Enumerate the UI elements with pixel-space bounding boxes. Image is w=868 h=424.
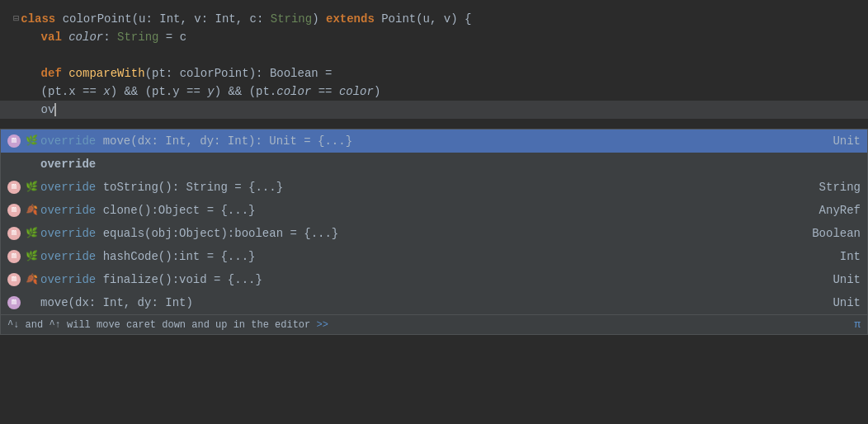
ac-item-text-2: override: [40, 155, 96, 173]
ac-item-text-8: move(dx: Int, dy: Int): [40, 294, 193, 312]
classname: colorPoint: [63, 10, 132, 28]
leaf-icon-6: 🌿: [26, 251, 37, 262]
return-type-3: String: [803, 178, 861, 196]
autocomplete-item-1[interactable]: m 🌿 override move(dx: Int, dy: Int): Uni…: [1, 130, 867, 153]
ac-item-text-4: override clone():Object = {...}: [40, 201, 255, 219]
leaf-icon-1: 🌿: [26, 135, 37, 147]
autocomplete-item-8[interactable]: m move(dx: Int, dy: Int) Unit: [1, 291, 867, 314]
ac-item-text-7: override finalize():void = {...}: [40, 271, 262, 289]
return-type-7: Unit: [816, 271, 861, 289]
text-cursor: [54, 103, 56, 116]
badge-m-8: m: [7, 296, 21, 309]
autocomplete-item-3[interactable]: m 🌿 override toString(): String = {...} …: [1, 176, 867, 199]
badge-m-3: m: [7, 181, 21, 194]
autocomplete-item-2[interactable]: override: [1, 153, 867, 176]
kw-class: class: [21, 10, 62, 28]
autocomplete-item-4[interactable]: m 🍂 override clone():Object = {...} AnyR…: [1, 199, 867, 222]
autocomplete-dropdown: m 🌿 override move(dx: Int, dy: Int): Uni…: [0, 129, 868, 335]
leaf-icon-3: 🌿: [26, 181, 37, 193]
leaf-icon-7: 🍂: [26, 274, 37, 285]
ac-item-text-6: override hashCode():int = {...}: [40, 247, 255, 266]
code-line-4: def compareWith(pt: colorPoint): Boolean…: [0, 64, 868, 82]
code-line-2: val color: String = c: [0, 28, 868, 46]
badge-m-7: m: [7, 273, 21, 286]
editor-area: ⊟ class colorPoint(u: Int, v: Int, c: St…: [0, 0, 868, 129]
return-type-6: Int: [823, 247, 861, 266]
autocomplete-footer: ^↓ and ^↑ will move caret down and up in…: [1, 314, 867, 334]
autocomplete-item-7[interactable]: m 🍂 override finalize():void = {...} Uni…: [1, 268, 867, 291]
spacer-leaf-8: [26, 297, 37, 309]
badge-m-4: m: [7, 204, 21, 217]
ac-item-text-3: override toString(): String = {...}: [40, 178, 283, 196]
ac-item-text-5: override equals(obj:Object):boolean = {.…: [40, 224, 338, 243]
code-line-6: ov: [0, 101, 868, 119]
badge-m-1: m: [7, 134, 21, 148]
code-line-3: [0, 46, 868, 64]
return-type-5: Boolean: [795, 224, 861, 243]
spacer-leaf-2: [26, 158, 37, 170]
badge-m-5: m: [7, 227, 21, 240]
code-line-1: ⊟ class colorPoint(u: Int, v: Int, c: St…: [0, 10, 868, 28]
footer-text: ^↓ and ^↑ will move caret down and up in…: [7, 319, 328, 331]
return-type-8: Unit: [816, 294, 861, 312]
ac-item-text-1: override move(dx: Int, dy: Int): Unit = …: [40, 132, 352, 150]
autocomplete-item-6[interactable]: m 🌿 override hashCode():int = {...} Int: [1, 245, 867, 268]
collapse-icon-1: ⊟: [13, 10, 19, 28]
code-line-5: (pt.x == x) && (pt.y == y) && (pt.color …: [0, 82, 868, 101]
footer-link[interactable]: >>: [316, 319, 328, 331]
autocomplete-item-5[interactable]: m 🌿 override equals(obj:Object):boolean …: [1, 222, 867, 245]
spacer-2: [7, 158, 21, 171]
pi-icon: π: [854, 318, 861, 331]
return-type-4: AnyRef: [803, 201, 861, 219]
return-type-1: Unit: [816, 132, 861, 150]
leaf-icon-5: 🌿: [26, 228, 37, 239]
badge-m-6: m: [7, 250, 21, 263]
leaf-icon-4: 🍂: [26, 205, 37, 216]
